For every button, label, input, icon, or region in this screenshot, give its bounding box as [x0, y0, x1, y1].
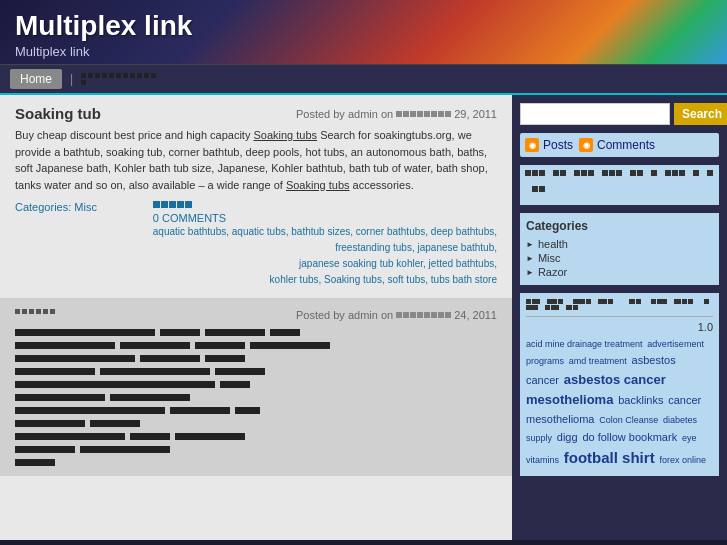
post2-pixel-title — [15, 309, 95, 321]
tag-football-shirt[interactable]: football shirt — [564, 449, 655, 466]
meta-pixels — [396, 111, 451, 117]
post-meta-date: 29, 2011 — [454, 108, 497, 120]
soaking-tubs-link-1[interactable]: Soaking tubs — [253, 129, 317, 141]
pixel-logo — [520, 165, 719, 205]
category-health-label: health — [538, 238, 568, 250]
tag-soft-tubs[interactable]: soft tubs — [387, 274, 425, 285]
tag-aquatic-bathtubs[interactable]: aquatic bathtubs — [153, 226, 226, 237]
post-category: Categories: Misc — [15, 201, 97, 213]
tag-bathtub-sizes[interactable]: bathtub sizes — [291, 226, 350, 237]
tag-japanese-bathtub[interactable]: japanese bathtub — [417, 242, 494, 253]
rss-posts-icon: ◉ — [525, 138, 539, 152]
site-title: Multiplex link — [15, 10, 712, 42]
tag-kohler-tubs[interactable]: kohler tubs — [270, 274, 319, 285]
post-header: Soaking tub Posted by admin on 29, 2011 — [15, 105, 497, 122]
category-razor[interactable]: ► Razor — [526, 265, 713, 279]
tag-deep-bathtubs[interactable]: deep bathtubs — [431, 226, 494, 237]
categories-widget: Categories ► health ► Misc ► Razor — [520, 213, 719, 285]
tag-jetted[interactable]: jetted bathtubs — [429, 258, 495, 269]
sidebar: Search ◉ Posts ◉ Comments — [512, 95, 727, 540]
post-title: Soaking tub — [15, 105, 101, 122]
post-footer: Categories: Misc 0 COMMENTS aquatic bath… — [15, 201, 497, 288]
nav-separator: | — [70, 72, 73, 86]
tag-acid-mine[interactable]: acid mine drainage treatment — [526, 339, 643, 349]
post-tags: aquatic bathtubs, aquatic tubs, bathtub … — [153, 224, 497, 288]
main-layout: Soaking tub Posted by admin on 29, 2011 … — [0, 95, 727, 540]
tag-cloud-widget: 1.0 acid mine drainage treatment adverti… — [520, 293, 719, 476]
search-button[interactable]: Search — [674, 103, 727, 125]
post-content: Buy cheap discount best price and high c… — [15, 127, 497, 193]
tag-links: acid mine drainage treatment advertiseme… — [526, 336, 713, 470]
soaking-tubs-link-2[interactable]: Soaking tubs — [286, 179, 350, 191]
tag-soaking-tubs[interactable]: Soaking tubs — [324, 274, 382, 285]
post-2: Posted by admin on 24, 2011 — [0, 299, 512, 476]
tag-amd[interactable]: amd treatment — [569, 356, 627, 366]
feed-tabs: ◉ Posts ◉ Comments — [520, 133, 719, 157]
feed-comments-label: Comments — [597, 138, 655, 152]
triangle-icon-3: ► — [526, 268, 534, 277]
tag-corner-bathtubs[interactable]: corner bathtubs — [356, 226, 426, 237]
rss-comments-icon: ◉ — [579, 138, 593, 152]
site-header: Multiplex link Multiplex link — [0, 0, 727, 64]
category-health[interactable]: ► health — [526, 237, 713, 251]
site-subtitle: Multiplex link — [15, 44, 712, 59]
post2-meta-prefix: Posted by admin on — [296, 309, 393, 321]
category-misc-label: Misc — [538, 252, 561, 264]
tag-cloud-pixels — [526, 299, 713, 310]
post2-meta-date: 24, 2011 — [454, 309, 497, 321]
post-meta-prefix: Posted by admin on — [296, 108, 393, 120]
category-razor-label: Razor — [538, 266, 567, 278]
search-input[interactable] — [520, 103, 670, 125]
post2-meta-pixels — [396, 312, 451, 318]
category-misc[interactable]: ► Misc — [526, 251, 713, 265]
tag-backlinks[interactable]: backlinks — [618, 394, 663, 406]
post2-header: Posted by admin on 24, 2011 — [15, 309, 497, 321]
post2-meta: Posted by admin on 24, 2011 — [296, 309, 497, 321]
content-area: Soaking tub Posted by admin on 29, 2011 … — [0, 95, 512, 540]
tag-colon[interactable]: Colon Cleanse — [599, 415, 658, 425]
feed-comments-tab[interactable]: ◉ Comments — [579, 138, 655, 152]
nav-home[interactable]: Home — [10, 69, 62, 89]
triangle-icon-2: ► — [526, 254, 534, 263]
comment-count: 0 COMMENTS — [153, 201, 497, 224]
tag-pixels — [153, 201, 497, 208]
tag-cloud-divider — [526, 316, 713, 317]
post-meta: Posted by admin on 29, 2011 — [296, 108, 497, 120]
categories-title: Categories — [526, 219, 713, 233]
triangle-icon: ► — [526, 240, 534, 249]
tag-do-follow[interactable]: do follow bookmark — [582, 431, 677, 443]
post2-pixel-content — [15, 329, 497, 466]
tag-freestanding[interactable]: freestanding tubs — [335, 242, 412, 253]
search-box: Search — [520, 103, 719, 125]
tag-forex[interactable]: forex online — [659, 455, 706, 465]
tag-tubs-bath-store[interactable]: tubs bath store — [431, 274, 497, 285]
tag-aquatic-tubs[interactable]: aquatic tubs — [232, 226, 286, 237]
tag-digg[interactable]: digg — [557, 431, 578, 443]
tag-cloud-number: 1.0 — [526, 321, 713, 333]
navbar: Home | — [0, 64, 727, 95]
tag-japanese-soaking[interactable]: japanese soaking tub kohler — [299, 258, 423, 269]
nav-pixel-decoration — [81, 73, 161, 85]
post-soaking-tub: Soaking tub Posted by admin on 29, 2011 … — [0, 95, 512, 299]
feed-posts-label: Posts — [543, 138, 573, 152]
post-tags-and-comments: 0 COMMENTS aquatic bathtubs, aquatic tub… — [153, 201, 497, 288]
feed-posts-tab[interactable]: ◉ Posts — [525, 138, 573, 152]
